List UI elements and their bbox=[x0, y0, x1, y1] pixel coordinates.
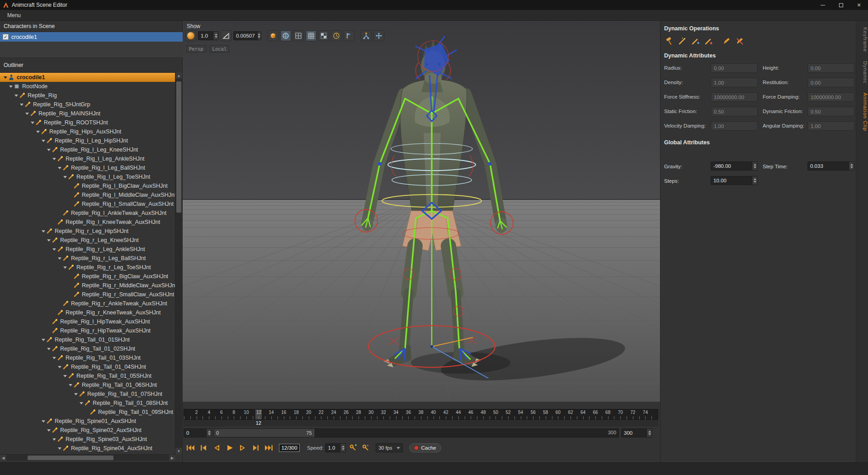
expand-arrow-icon[interactable] bbox=[57, 257, 62, 260]
dynamic-hammer-icon[interactable] bbox=[663, 35, 675, 47]
tree-item[interactable]: Reptile_Rig_Spine03_AuxSHJnt bbox=[0, 435, 175, 444]
tree-item[interactable]: Reptile_Rig_r_MiddleClaw_AuxSHJnt bbox=[0, 281, 175, 290]
expand-arrow-icon[interactable] bbox=[8, 86, 14, 88]
menu-item-menu[interactable]: Menu bbox=[5, 11, 24, 19]
tree-item[interactable]: Reptile_Rig_l_SmallClaw_AuxSHJnt bbox=[0, 200, 175, 209]
step-back-button[interactable] bbox=[211, 443, 222, 452]
side-tab-dynamic[interactable]: Dynamic bbox=[856, 58, 868, 86]
tree-item[interactable]: Reptile_Rig_l_Leg_BallSHJnt bbox=[0, 163, 175, 172]
dynamic-wand-add-icon[interactable] bbox=[689, 35, 701, 47]
tree-item[interactable]: Reptile_Rig_Tail_01_03SHJnt bbox=[0, 353, 175, 362]
tree-item[interactable]: Reptile_Rig_r_AnkleTweak_AuxSHJnt bbox=[0, 299, 175, 308]
expand-arrow-icon[interactable] bbox=[46, 429, 52, 432]
horizontal-scroll-thumb[interactable] bbox=[28, 456, 113, 460]
tree-item[interactable]: Reptile_Rig_MAINSHJnt bbox=[0, 109, 175, 118]
fps-dropdown[interactable]: 30 fps bbox=[376, 443, 403, 452]
grid-dense-icon[interactable] bbox=[306, 30, 316, 41]
expand-arrow-icon[interactable] bbox=[41, 140, 46, 142]
spinner-arrows-icon[interactable] bbox=[752, 176, 757, 185]
tree-item[interactable]: Reptile_Rig_l_Leg_AnkleSHJnt bbox=[0, 154, 175, 163]
precision-spinner[interactable]: 0.00507 bbox=[233, 31, 261, 40]
range-end-spinner[interactable]: 300 bbox=[621, 428, 652, 437]
spinner-arrows-icon[interactable] bbox=[213, 32, 218, 40]
hierarchy-icon[interactable] bbox=[361, 30, 372, 41]
expand-arrow-icon[interactable] bbox=[73, 393, 79, 395]
tree-item[interactable]: Reptile_Rig_l_KneeTweak_AuxSHJnt bbox=[0, 218, 175, 227]
tree-item[interactable]: Reptile_Rig_r_HipTweak_AuxSHJnt bbox=[0, 326, 175, 335]
set-keyframe-icon[interactable] bbox=[348, 443, 359, 452]
scroll-up-icon[interactable]: ▲ bbox=[175, 72, 182, 79]
attribute-input[interactable]: 1.00 bbox=[807, 121, 854, 131]
camera-tag[interactable]: Persp bbox=[186, 45, 206, 52]
side-tab-animation-clip[interactable]: Animation Clip bbox=[856, 90, 868, 134]
steps-spinner[interactable]: 10.00 bbox=[711, 176, 758, 185]
previous-keyframe-button[interactable] bbox=[198, 443, 209, 452]
go-to-end-button[interactable] bbox=[263, 443, 274, 452]
tree-item[interactable]: Reptile_Rig_l_Leg_ToeSHJnt bbox=[0, 172, 175, 181]
opacity-spinner[interactable]: 1.0 bbox=[198, 31, 219, 40]
expand-arrow-icon[interactable] bbox=[46, 149, 52, 151]
tree-item[interactable]: Reptile_Rig_l_BigClaw_AuxSHJnt bbox=[0, 181, 175, 190]
expand-arrow-icon[interactable] bbox=[62, 375, 68, 377]
tree-item[interactable]: Reptile_Rig_r_Leg_BallSHJnt bbox=[0, 254, 175, 263]
scroll-down-icon[interactable]: ▼ bbox=[175, 448, 182, 454]
attribute-input[interactable]: 0.00 bbox=[807, 78, 854, 87]
range-track[interactable]: 0 75 300 bbox=[214, 428, 619, 437]
expand-arrow-icon[interactable] bbox=[24, 113, 30, 115]
ramp-icon[interactable] bbox=[221, 30, 231, 41]
tree-item[interactable]: Reptile_Rig_l_Leg_HipSHJnt bbox=[0, 136, 175, 145]
expand-arrow-icon[interactable] bbox=[52, 438, 57, 441]
step-forward-button[interactable] bbox=[237, 443, 248, 452]
shading-sphere-icon[interactable] bbox=[185, 30, 196, 41]
outliner-horizontal-scrollbar[interactable]: ◀ ▶ bbox=[0, 454, 175, 461]
expand-arrow-icon[interactable] bbox=[68, 384, 73, 386]
wire-sphere-icon[interactable] bbox=[280, 30, 291, 41]
tree-item[interactable]: Reptile_Rig_ROOTSHJnt bbox=[0, 118, 175, 127]
tree-item[interactable]: Reptile_Rig_r_Leg_ToeSHJnt bbox=[0, 263, 175, 272]
space-tag[interactable]: Local bbox=[210, 45, 230, 52]
tree-item[interactable]: Reptile_Rig_r_Leg_KneeSHJnt bbox=[0, 236, 175, 245]
step-time-spinner[interactable]: 0.033 bbox=[807, 162, 854, 171]
expand-arrow-icon[interactable] bbox=[79, 402, 84, 404]
timeline-ruler[interactable]: 2468101214161820222426283032343638404244… bbox=[184, 409, 658, 420]
cache-button[interactable]: Cache bbox=[409, 443, 441, 452]
expand-arrow-icon[interactable] bbox=[41, 230, 46, 233]
tree-item[interactable]: Reptile_Rig_r_KneeTweak_AuxSHJnt bbox=[0, 308, 175, 317]
attribute-input[interactable]: 0.50 bbox=[807, 107, 854, 116]
tree-item[interactable]: Reptile_Rig_Tail_01_05SHJnt bbox=[0, 371, 175, 380]
tree-item[interactable]: Reptile_Rig_l_HipTweak_AuxSHJnt bbox=[0, 317, 175, 326]
tree-item[interactable]: Reptile_Rig_Hips_AuxSHJnt bbox=[0, 127, 175, 136]
maximize-button[interactable] bbox=[832, 0, 850, 10]
attribute-input[interactable]: 0.00 bbox=[807, 63, 854, 73]
expand-arrow-icon[interactable] bbox=[52, 357, 57, 359]
tree-item[interactable]: crocodile1 bbox=[0, 73, 175, 82]
tree-item[interactable]: Reptile_Rig_Tail_01_01SHJnt bbox=[0, 335, 175, 344]
next-keyframe-button[interactable] bbox=[250, 443, 261, 452]
spinner-arrows-icon[interactable] bbox=[849, 162, 854, 170]
range-start-spinner[interactable]: 0 bbox=[184, 428, 212, 437]
dynamic-wand-remove-icon[interactable] bbox=[703, 35, 714, 47]
expand-arrow-icon[interactable] bbox=[57, 366, 62, 368]
side-tab-keyframe[interactable]: Keyframe bbox=[856, 24, 868, 55]
speed-spinner[interactable]: 1.0 bbox=[325, 443, 346, 452]
tree-item[interactable]: Reptile_Rig bbox=[0, 91, 175, 100]
tree-item[interactable]: RootNode bbox=[0, 82, 175, 91]
spinner-arrows-icon[interactable] bbox=[752, 162, 757, 170]
expand-arrow-icon[interactable] bbox=[3, 76, 8, 79]
expand-arrow-icon[interactable] bbox=[19, 104, 24, 106]
character-row[interactable]: ✓ crocodile1 bbox=[0, 32, 183, 42]
attribute-input[interactable]: 0.00 bbox=[711, 63, 758, 73]
cube-icon[interactable] bbox=[268, 30, 278, 41]
spinner-arrows-icon[interactable] bbox=[206, 429, 212, 437]
tree-item[interactable]: Reptile_Rig_Spine01_AuxSHJnt bbox=[0, 417, 175, 426]
attribute-input[interactable]: 10000000.00 bbox=[807, 92, 854, 102]
grid-circle-icon[interactable] bbox=[331, 30, 342, 41]
flag-icon[interactable] bbox=[344, 30, 354, 41]
minimize-button[interactable] bbox=[814, 0, 832, 10]
tree-item[interactable]: Reptile_Rig_SHJntGrp bbox=[0, 100, 175, 109]
grid-textured-icon[interactable] bbox=[318, 30, 329, 41]
tree-item[interactable]: Reptile_Rig_r_SmallClaw_AuxSHJnt bbox=[0, 290, 175, 299]
expand-arrow-icon[interactable] bbox=[14, 95, 19, 97]
go-to-start-button[interactable] bbox=[184, 443, 196, 452]
attribute-input[interactable]: 10000000.00 bbox=[711, 92, 758, 102]
